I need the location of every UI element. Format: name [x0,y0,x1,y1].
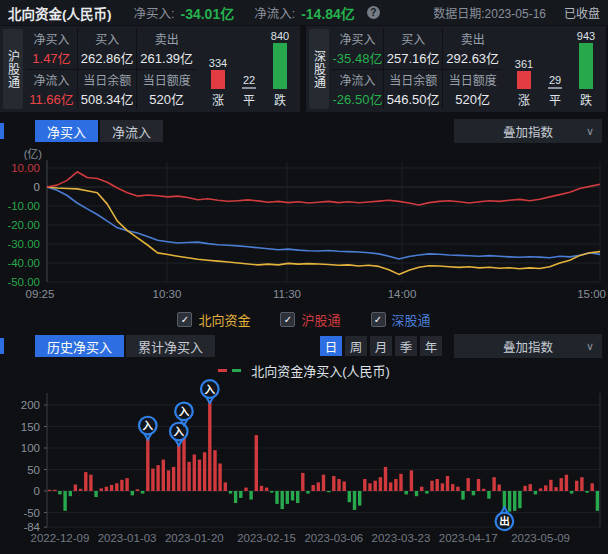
intraday-net-buy-chart[interactable]: 10.000-10.00-20.00-30.00-40.00-50.00(亿)0… [0,146,608,308]
section-accent-bar [0,123,4,139]
svg-text:入: 入 [174,425,185,437]
cell-quota: 当日额度 520亿 [137,70,196,110]
svg-text:10:30: 10:30 [153,288,182,300]
overlay-index-select[interactable]: 叠加指数 ∨ [454,334,602,358]
checkbox-northbound[interactable]: ✓ [177,312,192,327]
legend-northbound[interactable]: ✓ 北向资金 [177,310,250,329]
svg-text:-50.00: -50.00 [7,276,40,288]
help-icon[interactable]: ? [367,6,380,19]
svg-text:2023-05-09: 2023-05-09 [511,532,570,544]
svg-text:50: 50 [27,464,40,476]
svg-text:15:00: 15:00 [577,288,606,300]
svg-text:200: 200 [21,399,40,411]
connect-panels: 沪股通 净买入 1.47亿 买入 262.86亿 卖出 261.39亿 净流入 … [0,25,608,115]
panel-shenzhen-grid: 净买入 -35.48亿 买入 257.16亿 卖出 292.63亿 净流入 -2… [332,29,502,109]
market-status: 已收盘 [564,4,600,21]
panel-shenzhen-label: 深股通 [309,29,329,109]
checkbox-shanghai[interactable]: ✓ [280,312,295,327]
bar-legend-label: 北向资金净买入(人民币) [251,361,390,380]
flow-tabs-row: 净买入 净流入 叠加指数 ∨ [0,118,608,144]
svg-text:出: 出 [499,515,510,527]
svg-text:10.00: 10.00 [11,162,40,174]
chevron-down-icon: ∨ [586,340,594,353]
svg-text:2023-03-06: 2023-03-06 [304,532,363,544]
panel-shenzhen-connect: 深股通 净买入 -35.48亿 买入 257.16亿 卖出 292.63亿 净流… [306,26,606,112]
svg-text:11:30: 11:30 [273,288,301,300]
tab-net-buy[interactable]: 净买入 [35,120,98,142]
overlay-index-select[interactable]: 叠加指数 ∨ [454,119,602,143]
cell-net-inflow: 净流入 11.66亿 [26,70,77,110]
net-buy-value: -34.01亿 [180,3,234,23]
svg-text:-20.00: -20.00 [7,219,40,231]
cell-balance: 当日余额 546.50亿 [384,70,443,110]
tab-history-net-buy[interactable]: 历史净买入 [35,335,124,357]
net-inflow-value: -14.84亿 [301,3,355,23]
svg-text:2023-04-17: 2023-04-17 [439,532,498,544]
page-title: 北向资金(人民币) [8,3,112,23]
cell-balance: 当日余额 508.34亿 [78,70,137,110]
cell-buy: 买入 257.16亿 [384,29,443,69]
cell-buy: 买入 262.86亿 [78,29,137,69]
svg-text:2023-03-23: 2023-03-23 [372,532,431,544]
svg-text:0: 0 [34,485,40,497]
period-quarter-button[interactable]: 季 [395,336,417,356]
svg-text:-50: -50 [23,507,40,519]
shenzhen-updown-chart: 361涨29平943跌 [505,29,603,109]
legend-dash-red [218,369,227,372]
net-buy-label: 净买入: [134,3,175,22]
shanghai-updown-chart: 334涨22平840跌 [199,29,297,109]
panel-shanghai-connect: 沪股通 净买入 1.47亿 买入 262.86亿 卖出 261.39亿 净流入 … [0,26,300,112]
line-chart-legend: ✓ 北向资金 ✓ 沪股通 ✓ 深股通 [0,308,608,330]
svg-text:(亿): (亿) [24,148,42,160]
cell-net-buy: 净买入 1.47亿 [26,29,77,69]
tab-cumulative-net-buy[interactable]: 累计净买入 [126,335,215,357]
period-year-button[interactable]: 年 [420,336,442,356]
period-day-button[interactable]: 日 [320,336,342,356]
net-inflow-label: 净流入: [254,3,295,22]
legend-shanghai[interactable]: ✓ 沪股通 [280,310,340,329]
checkbox-shenzhen[interactable]: ✓ [371,312,386,327]
cell-sell: 卖出 261.39亿 [137,29,196,69]
history-tabs-row: 历史净买入 累计净买入 日 周 月 季 年 叠加指数 ∨ [0,333,608,359]
svg-text:2023-01-20: 2023-01-20 [165,532,224,544]
svg-text:2023-01-03: 2023-01-03 [98,532,157,544]
svg-text:150: 150 [21,421,40,433]
svg-text:入: 入 [143,419,154,431]
cell-net-inflow: 净流入 -26.50亿 [332,70,383,110]
period-week-button[interactable]: 周 [345,336,367,356]
svg-text:2022-12-09: 2022-12-09 [30,532,89,544]
legend-dash-green [232,369,241,372]
history-net-buy-chart[interactable]: 200150100500-50-842022-12-092023-01-0320… [0,379,608,550]
svg-text:-30.00: -30.00 [7,238,40,250]
svg-text:入: 入 [179,405,190,417]
panel-shanghai-grid: 净买入 1.47亿 买入 262.86亿 卖出 261.39亿 净流入 11.6… [26,29,196,109]
data-date: 数据日期:2023-05-16 [433,4,546,21]
svg-text:14:00: 14:00 [388,288,417,300]
header: 北向资金(人民币) 净买入: -34.01亿 净流入: -14.84亿 ? 数据… [0,0,608,25]
section-accent-bar [0,338,4,354]
northbound-funds-panel: 北向资金(人民币) 净买入: -34.01亿 净流入: -14.84亿 ? 数据… [0,0,608,554]
svg-text:-10.00: -10.00 [7,200,40,212]
cell-sell: 卖出 292.63亿 [443,29,502,69]
cell-net-buy: 净买入 -35.48亿 [332,29,383,69]
cell-quota: 当日额度 520亿 [443,70,502,110]
bar-chart-legend: 北向资金净买入(人民币) [0,361,608,379]
panel-shanghai-label: 沪股通 [3,29,23,109]
period-month-button[interactable]: 月 [370,336,392,356]
svg-text:0: 0 [34,181,40,193]
chevron-down-icon: ∨ [586,125,594,138]
tab-net-inflow[interactable]: 净流入 [100,120,163,142]
svg-text:09:25: 09:25 [26,288,55,300]
svg-text:2023-02-15: 2023-02-15 [237,532,296,544]
legend-shenzhen[interactable]: ✓ 深股通 [371,310,431,329]
svg-text:入: 入 [205,383,216,395]
svg-text:-40.00: -40.00 [7,257,40,269]
svg-text:100: 100 [21,442,40,454]
